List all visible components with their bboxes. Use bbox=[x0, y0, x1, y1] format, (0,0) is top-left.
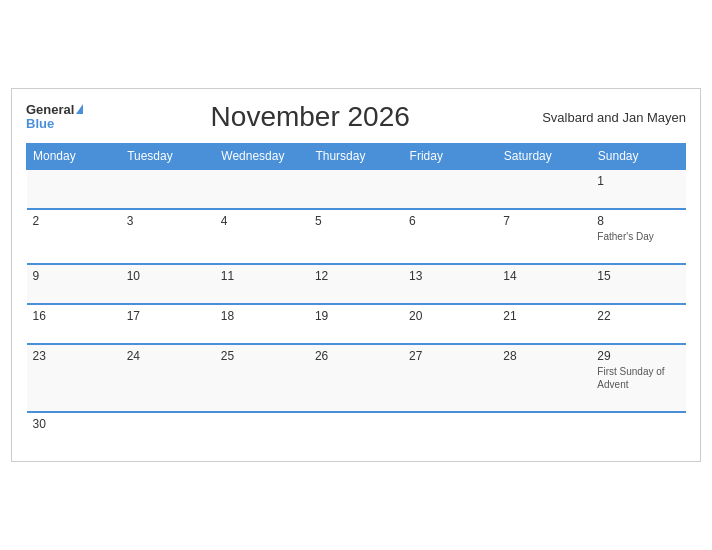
day-number: 26 bbox=[315, 349, 397, 363]
header-tuesday: Tuesday bbox=[121, 144, 215, 170]
table-row: 15 bbox=[591, 264, 685, 304]
week-row: 23242526272829First Sunday of Advent bbox=[27, 344, 686, 412]
table-row: 7 bbox=[497, 209, 591, 264]
table-row: 8Father's Day bbox=[591, 209, 685, 264]
table-row: 18 bbox=[215, 304, 309, 344]
day-number: 23 bbox=[33, 349, 115, 363]
table-row bbox=[497, 169, 591, 209]
day-number: 7 bbox=[503, 214, 585, 228]
logo: General Blue bbox=[26, 103, 84, 132]
day-number: 6 bbox=[409, 214, 491, 228]
week-row: 2345678Father's Day bbox=[27, 209, 686, 264]
table-row: 2 bbox=[27, 209, 121, 264]
day-number: 8 bbox=[597, 214, 679, 228]
table-row bbox=[591, 412, 685, 451]
logo-general: General bbox=[26, 103, 84, 117]
table-row: 23 bbox=[27, 344, 121, 412]
calendar-title: November 2026 bbox=[84, 101, 536, 133]
day-number: 24 bbox=[127, 349, 209, 363]
table-row: 20 bbox=[403, 304, 497, 344]
day-number: 22 bbox=[597, 309, 679, 323]
day-number: 14 bbox=[503, 269, 585, 283]
table-row bbox=[215, 412, 309, 451]
day-number: 9 bbox=[33, 269, 115, 283]
header-wednesday: Wednesday bbox=[215, 144, 309, 170]
logo-blue-text: Blue bbox=[26, 117, 84, 131]
table-row: 16 bbox=[27, 304, 121, 344]
day-number: 2 bbox=[33, 214, 115, 228]
week-row: 9101112131415 bbox=[27, 264, 686, 304]
event-label: First Sunday of Advent bbox=[597, 365, 679, 391]
week-row: 1 bbox=[27, 169, 686, 209]
table-row bbox=[27, 169, 121, 209]
table-row: 27 bbox=[403, 344, 497, 412]
table-row: 29First Sunday of Advent bbox=[591, 344, 685, 412]
day-number: 1 bbox=[597, 174, 679, 188]
table-row: 1 bbox=[591, 169, 685, 209]
logo-general-text: General bbox=[26, 103, 74, 117]
table-row: 22 bbox=[591, 304, 685, 344]
day-number: 15 bbox=[597, 269, 679, 283]
table-row: 25 bbox=[215, 344, 309, 412]
table-row bbox=[403, 412, 497, 451]
calendar-header: General Blue November 2026 Svalbard and … bbox=[26, 101, 686, 133]
day-number: 4 bbox=[221, 214, 303, 228]
calendar-wrapper: General Blue November 2026 Svalbard and … bbox=[11, 88, 701, 462]
weekday-header-row: Monday Tuesday Wednesday Thursday Friday… bbox=[27, 144, 686, 170]
table-row: 30 bbox=[27, 412, 121, 451]
day-number: 25 bbox=[221, 349, 303, 363]
header-sunday: Sunday bbox=[591, 144, 685, 170]
day-number: 19 bbox=[315, 309, 397, 323]
day-number: 16 bbox=[33, 309, 115, 323]
day-number: 11 bbox=[221, 269, 303, 283]
table-row bbox=[121, 412, 215, 451]
table-row: 26 bbox=[309, 344, 403, 412]
table-row: 4 bbox=[215, 209, 309, 264]
table-row bbox=[215, 169, 309, 209]
table-row: 13 bbox=[403, 264, 497, 304]
table-row: 3 bbox=[121, 209, 215, 264]
table-row: 9 bbox=[27, 264, 121, 304]
day-number: 10 bbox=[127, 269, 209, 283]
table-row bbox=[497, 412, 591, 451]
table-row: 14 bbox=[497, 264, 591, 304]
table-row: 6 bbox=[403, 209, 497, 264]
day-number: 30 bbox=[33, 417, 115, 431]
day-number: 17 bbox=[127, 309, 209, 323]
header-thursday: Thursday bbox=[309, 144, 403, 170]
table-row: 11 bbox=[215, 264, 309, 304]
table-row: 17 bbox=[121, 304, 215, 344]
table-row: 12 bbox=[309, 264, 403, 304]
header-friday: Friday bbox=[403, 144, 497, 170]
header-saturday: Saturday bbox=[497, 144, 591, 170]
table-row: 19 bbox=[309, 304, 403, 344]
week-row: 30 bbox=[27, 412, 686, 451]
table-row bbox=[309, 412, 403, 451]
table-row bbox=[309, 169, 403, 209]
day-number: 3 bbox=[127, 214, 209, 228]
table-row: 5 bbox=[309, 209, 403, 264]
week-row: 16171819202122 bbox=[27, 304, 686, 344]
day-number: 29 bbox=[597, 349, 679, 363]
header-monday: Monday bbox=[27, 144, 121, 170]
day-number: 20 bbox=[409, 309, 491, 323]
day-number: 12 bbox=[315, 269, 397, 283]
day-number: 21 bbox=[503, 309, 585, 323]
day-number: 27 bbox=[409, 349, 491, 363]
day-number: 5 bbox=[315, 214, 397, 228]
day-number: 18 bbox=[221, 309, 303, 323]
day-number: 28 bbox=[503, 349, 585, 363]
table-row: 10 bbox=[121, 264, 215, 304]
table-row bbox=[403, 169, 497, 209]
region-label: Svalbard and Jan Mayen bbox=[536, 110, 686, 125]
table-row bbox=[121, 169, 215, 209]
table-row: 24 bbox=[121, 344, 215, 412]
logo-triangle-icon bbox=[76, 104, 83, 114]
table-row: 21 bbox=[497, 304, 591, 344]
event-label: Father's Day bbox=[597, 230, 679, 243]
day-number: 13 bbox=[409, 269, 491, 283]
table-row: 28 bbox=[497, 344, 591, 412]
calendar-table: Monday Tuesday Wednesday Thursday Friday… bbox=[26, 143, 686, 451]
